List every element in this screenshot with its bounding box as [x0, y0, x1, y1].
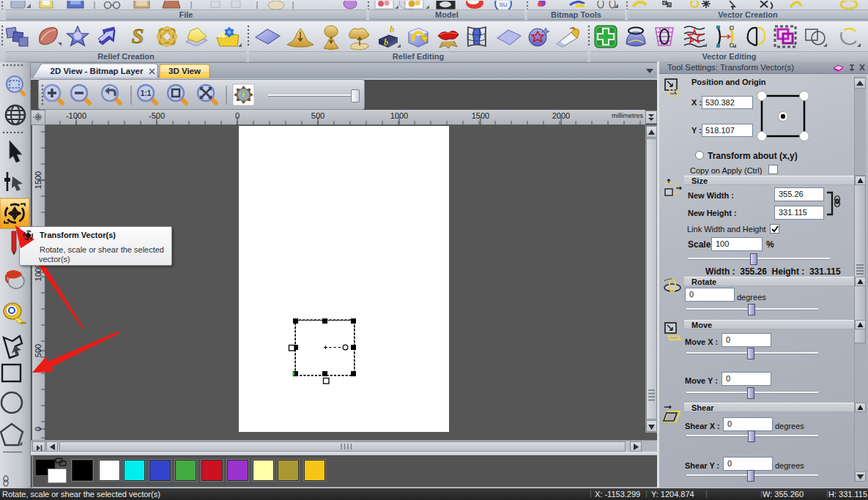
- svg-text:3D View: 3D View: [168, 67, 201, 75]
- svg-text:S: S: [132, 23, 144, 48]
- svg-text:2D View - Bitmap Layer: 2D View - Bitmap Layer: [51, 67, 144, 75]
- svg-text:500: 500: [311, 111, 324, 120]
- svg-text:SU: SU: [499, 1, 507, 8]
- svg-text:1000: 1000: [390, 111, 408, 120]
- svg-text:1:1: 1:1: [141, 89, 152, 97]
- svg-text:0: 0: [34, 427, 42, 431]
- svg-text:b: b: [390, 23, 395, 34]
- svg-text:1500: 1500: [472, 111, 489, 120]
- svg-text:b: b: [384, 37, 388, 48]
- svg-text:1000: 1000: [34, 264, 42, 281]
- svg-text:1500: 1500: [34, 171, 42, 189]
- svg-text:500: 500: [34, 344, 42, 357]
- svg-text:0: 0: [235, 111, 240, 120]
- svg-text:2000: 2000: [552, 111, 570, 120]
- svg-text:millimetres: millimetres: [612, 112, 644, 119]
- svg-text:-500: -500: [149, 111, 165, 120]
- svg-text:-1000: -1000: [66, 111, 86, 120]
